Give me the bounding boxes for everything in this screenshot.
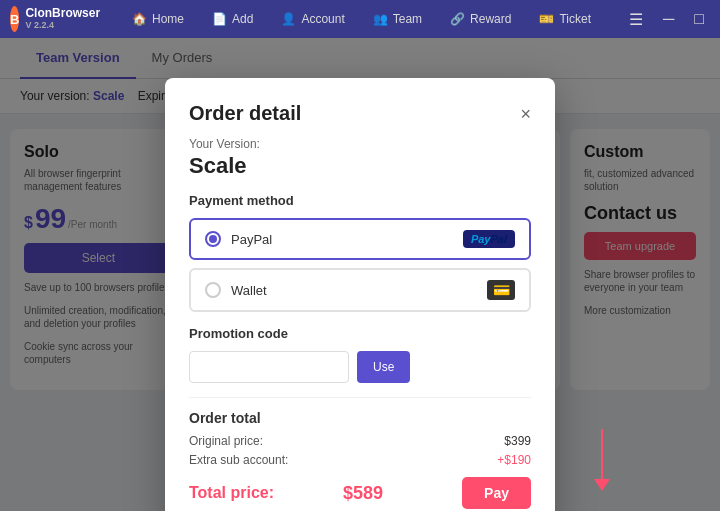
extra-sub-value: +$190 xyxy=(497,453,531,467)
nav-account-label: Account xyxy=(301,12,344,26)
nav-account[interactable]: 👤 Account xyxy=(269,6,356,32)
nav-add-label: Add xyxy=(232,12,253,26)
paypal-radio xyxy=(205,231,221,247)
modal-version-label: Your Version: xyxy=(189,137,531,151)
app-version: V 2.2.4 xyxy=(25,21,100,31)
modal-version-value: Scale xyxy=(189,153,531,179)
original-price-row: Original price: $399 xyxy=(189,434,531,448)
total-price-row: Total price: $589 Pay xyxy=(189,477,531,509)
pay-button[interactable]: Pay xyxy=(462,477,531,509)
order-detail-modal: Order detail × Your Version: Scale Payme… xyxy=(165,78,555,511)
order-total-title: Order total xyxy=(189,410,531,426)
wallet-label: Wallet xyxy=(231,283,477,298)
logo-text: ClonBrowser V 2.2.4 xyxy=(25,7,100,30)
promo-code-input[interactable] xyxy=(189,351,349,383)
extra-sub-row: Extra sub account: +$190 xyxy=(189,453,531,467)
paypal-badge-icon: PayPal xyxy=(463,230,515,248)
home-icon: 🏠 xyxy=(132,12,147,26)
arrow-indicator xyxy=(594,429,610,491)
extra-sub-label: Extra sub account: xyxy=(189,453,288,467)
arrow-line xyxy=(601,429,603,479)
wallet-badge-icon: 💳 xyxy=(487,280,515,300)
minimize-icon[interactable]: ─ xyxy=(657,6,680,32)
nav-ticket[interactable]: 🎫 Ticket xyxy=(527,6,603,32)
modal-header: Order detail × xyxy=(189,102,531,125)
team-icon: 👥 xyxy=(373,12,388,26)
promo-section-title: Promotion code xyxy=(189,326,531,341)
logo-icon: B xyxy=(10,6,19,32)
app-logo: B ClonBrowser V 2.2.4 xyxy=(10,6,100,32)
nav-home[interactable]: 🏠 Home xyxy=(120,6,196,32)
reward-icon: 🔗 xyxy=(450,12,465,26)
promo-row: Use xyxy=(189,351,531,383)
nav-team[interactable]: 👥 Team xyxy=(361,6,434,32)
topbar: B ClonBrowser V 2.2.4 🏠 Home 📄 Add 👤 Acc… xyxy=(0,0,720,38)
nav-right-controls: ☰ ─ □ ✕ xyxy=(623,6,720,33)
main-content: Team Version My Orders Your version: Sca… xyxy=(0,38,720,511)
account-icon: 👤 xyxy=(281,12,296,26)
payment-option-paypal[interactable]: PayPal PayPal xyxy=(189,218,531,260)
nav-reward-label: Reward xyxy=(470,12,511,26)
modal-title: Order detail xyxy=(189,102,301,125)
ticket-icon: 🎫 xyxy=(539,12,554,26)
nav-items: 🏠 Home 📄 Add 👤 Account 👥 Team 🔗 Reward 🎫… xyxy=(120,6,603,32)
nav-ticket-label: Ticket xyxy=(559,12,591,26)
payment-section-title: Payment method xyxy=(189,193,531,208)
original-price-label: Original price: xyxy=(189,434,263,448)
order-total-section: Order total Original price: $399 Extra s… xyxy=(189,397,531,509)
original-price-value: $399 xyxy=(504,434,531,448)
use-promo-button[interactable]: Use xyxy=(357,351,410,383)
nav-add[interactable]: 📄 Add xyxy=(200,6,265,32)
arrow-head xyxy=(594,479,610,491)
add-icon: 📄 xyxy=(212,12,227,26)
nav-team-label: Team xyxy=(393,12,422,26)
total-price-value: $589 xyxy=(343,483,383,504)
menu-icon[interactable]: ☰ xyxy=(623,6,649,33)
paypal-radio-dot xyxy=(209,235,217,243)
modal-close-button[interactable]: × xyxy=(520,105,531,123)
total-price-label: Total price: xyxy=(189,484,274,502)
payment-option-wallet[interactable]: Wallet 💳 xyxy=(189,268,531,312)
nav-home-label: Home xyxy=(152,12,184,26)
promo-code-section: Promotion code Use xyxy=(189,326,531,383)
paypal-label: PayPal xyxy=(231,232,453,247)
app-name: ClonBrowser xyxy=(25,7,100,20)
wallet-radio xyxy=(205,282,221,298)
maximize-icon[interactable]: □ xyxy=(688,6,710,32)
nav-reward[interactable]: 🔗 Reward xyxy=(438,6,523,32)
